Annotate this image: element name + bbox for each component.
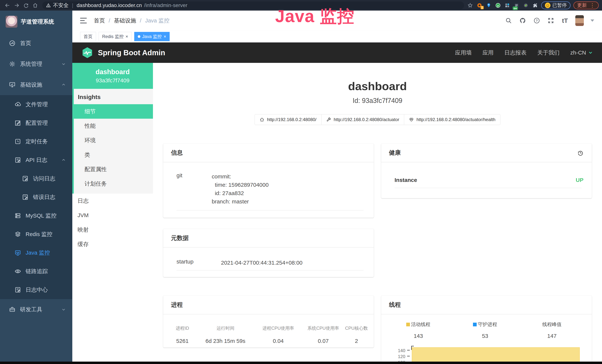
tab-redis-monitor[interactable]: Redis 监控 × — [99, 32, 132, 41]
sidebar-item-label: MySQL 监控 — [26, 212, 56, 220]
fullscreen-icon[interactable] — [547, 17, 555, 24]
gear-icon — [9, 61, 16, 67]
avatar[interactable] — [575, 15, 584, 26]
health-url-button[interactable]: http://192.168.0.2:48080/actuator/health — [404, 114, 500, 125]
breadcrumb-infra[interactable]: 基础设施 — [114, 17, 136, 24]
url-path: /infra/admin-server — [144, 2, 187, 8]
sidebar-item-mysql-monitor[interactable]: MySQL 监控 — [0, 206, 72, 225]
svg-text:?: ? — [536, 19, 538, 22]
sba-menu-details[interactable]: 细节 — [72, 104, 153, 119]
extension-pin-icon[interactable] — [485, 2, 492, 9]
sidebar-item-file-manage[interactable]: 文件管理 — [0, 95, 72, 114]
insights-group-label: Insights — [74, 89, 153, 104]
browser-forward-button[interactable] — [13, 1, 21, 10]
sba-menu-configprops[interactable]: 配置属性 — [74, 162, 153, 177]
sidebar-item-config-manage[interactable]: 配置管理 — [0, 114, 72, 132]
briefcase-icon — [9, 306, 16, 313]
sba-nav-applications[interactable]: 应用 — [483, 49, 494, 57]
help-icon[interactable]: ? — [533, 17, 540, 24]
tab-java-monitor[interactable]: Java 监控 × — [134, 32, 170, 41]
extension-leaf-icon[interactable] — [523, 2, 529, 9]
github-icon[interactable] — [519, 17, 526, 24]
row-divider — [176, 210, 364, 211]
search-icon[interactable] — [505, 17, 512, 24]
sidebar-item-label: Redis 监控 — [26, 230, 53, 238]
sidebar-item-log-center[interactable]: 日志中心 — [0, 280, 72, 299]
smiley-emoji-icon: ☺ — [545, 3, 550, 8]
sba-menu-mappings[interactable]: 映射 — [72, 223, 153, 237]
sba-menu-jvm[interactable]: JVM — [72, 208, 153, 223]
browser-menu-kebab-icon[interactable]: ⋮ — [590, 3, 595, 8]
threads-legend: 活动线程 143 守护进程 53 — [385, 321, 585, 339]
sidebar-item-infra[interactable]: 基础设施 — [0, 74, 72, 95]
extension-grid-icon[interactable] — [504, 2, 510, 9]
sba-instance-header[interactable]: dashboard 93a3fc7f7409 — [72, 63, 153, 89]
close-icon[interactable]: × — [126, 34, 128, 39]
instance-name: dashboard — [96, 68, 129, 76]
info-card-title: 信息 — [163, 143, 374, 162]
on-badge: on — [513, 7, 518, 10]
browser-home-button[interactable] — [31, 1, 39, 10]
sba-locale-select[interactable]: zh-CN — [570, 50, 593, 56]
address-bar[interactable]: 不安全 | dashboard.yudao.iocoder.cn /infra/… — [42, 1, 464, 9]
sidebar-item-devtools[interactable]: 研发工具 — [0, 299, 72, 320]
health-status-badge: UP — [576, 177, 583, 183]
sidebar-item-system[interactable]: 系统管理 — [0, 54, 72, 74]
instance-links: http://192.168.0.2:48080/ http://192.168… — [255, 114, 500, 125]
app-logo-row[interactable]: 芋道管理系统 — [0, 11, 72, 33]
sba-menu-logs[interactable]: 日志 — [72, 193, 153, 208]
sidebar-item-api-log[interactable]: API 日志 — [0, 151, 72, 169]
process-col-value: 0.04 — [255, 338, 302, 344]
sidebar-item-java-monitor[interactable]: Java 监控 — [0, 244, 72, 262]
metadata-key: startup — [176, 258, 221, 267]
browser-refresh-button[interactable] — [22, 1, 30, 10]
breadcrumb-separator: / — [109, 17, 110, 24]
sidebar-item-label: 链路追踪 — [26, 268, 48, 275]
avatar-caret-icon[interactable] — [591, 20, 594, 22]
extensions-puzzle-icon[interactable] — [532, 2, 538, 9]
tab-label: Redis 监控 — [102, 33, 124, 40]
actuator-url-button[interactable]: http://192.168.0.2:48080/actuator — [321, 114, 404, 125]
paused-extension-chip[interactable]: ☺ 已暂停 — [541, 1, 570, 9]
sidebar-item-scheduled-task[interactable]: 定时任务 — [0, 132, 72, 151]
sidebar-item-label: 研发工具 — [20, 306, 42, 313]
sba-menu-env[interactable]: 环境 — [74, 133, 153, 148]
tab-home[interactable]: 首页 — [80, 32, 96, 41]
sidebar-item-error-log[interactable]: 错误日志 — [0, 188, 72, 206]
health-history-icon[interactable] — [577, 149, 584, 157]
threads-area-chart: 140 120 100 — [385, 346, 585, 364]
not-secure-warning-icon — [46, 3, 51, 8]
sba-menu-metrics[interactable]: 性能 — [74, 119, 153, 133]
sba-nav-about[interactable]: 关于我们 — [537, 49, 559, 57]
info-value: commit: time: 1596289704000 id: 27aa832 … — [212, 172, 269, 206]
sidebar-item-redis-monitor[interactable]: Redis 监控 — [0, 225, 72, 244]
sba-nav-journal[interactable]: 日志报表 — [504, 49, 527, 57]
extension-on-switch-icon[interactable]: on — [513, 2, 520, 9]
browser-back-button[interactable] — [3, 1, 11, 10]
java-monitor-annotation: Java 监控 — [275, 5, 355, 28]
service-url-button[interactable]: http://192.168.0.2:48080/ — [255, 114, 322, 125]
url-separator: | — [72, 2, 73, 8]
sba-nav-wallboard[interactable]: 应用墙 — [455, 49, 472, 57]
close-icon[interactable]: × — [163, 34, 166, 39]
bookmark-star-icon[interactable] — [467, 2, 473, 9]
breadcrumb-home[interactable]: 首页 — [94, 17, 105, 24]
sidebar-item-label: API 日志 — [26, 156, 47, 164]
sidebar-item-access-log[interactable]: 访问日志 — [0, 169, 72, 188]
font-size-icon[interactable]: tT — [561, 17, 569, 24]
extension-green-y-icon[interactable]: y — [495, 2, 501, 9]
chrome-update-button[interactable]: 更新 ⋮ — [573, 1, 599, 9]
sidebar-collapse-icon[interactable] — [80, 18, 87, 23]
extension-orange-icon[interactable]: 1 — [476, 2, 483, 9]
sidebar-item-label: 首页 — [20, 40, 31, 47]
sba-menu-scheduled-tasks[interactable]: 计划任务 — [74, 177, 153, 191]
sidebar-item-trace[interactable]: 链路追踪 — [0, 262, 72, 280]
sba-brand-title[interactable]: Spring Boot Admin — [98, 49, 165, 57]
sba-menu-classes[interactable]: 类 — [74, 148, 153, 162]
health-card: 健康 Instance UP — [381, 143, 592, 198]
sidebar-item-home[interactable]: 首页 — [0, 33, 72, 54]
tab-label: 首页 — [84, 33, 93, 40]
sba-menu-caches[interactable]: 缓存 — [72, 237, 153, 251]
legend-label: 线程峰值 — [542, 321, 562, 328]
security-label: 不安全 — [53, 2, 69, 9]
